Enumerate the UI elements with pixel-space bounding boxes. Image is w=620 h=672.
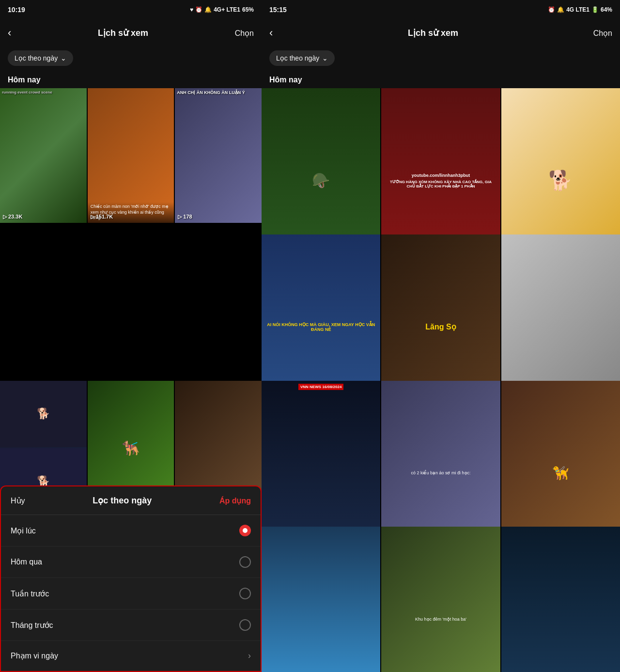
right-video-12[interactable]: THỦ TƯỚNG NÊU CAO CẢNH GIÁC CHẾ ĐỘ CŨ ▷ … [501, 527, 620, 672]
filter-label-tuan-truoc: Tuần trước [11, 589, 49, 598]
video-overlay-1: running event crowd scene [2, 90, 85, 95]
select-button-right[interactable]: Chọn [593, 29, 612, 38]
filter-label-moi-luc: Mọi lúc [11, 526, 36, 535]
filter-label-thang-truoc: Tháng trước [11, 621, 53, 630]
volume-icon: 🔔 [204, 6, 212, 13]
filter-option-moi-luc[interactable]: Mọi lúc [1, 515, 261, 547]
filter-option-pham-vi-ngay[interactable]: Phạm vi ngày › [1, 641, 261, 671]
video-item-3[interactable]: ANH CHỊ ĂN KHÔNG ĂN LUẬN Ý ▷ 178 [175, 88, 262, 223]
right-panel: 15:15 ⏰ 🔔 4G LTE1 🔋 64% ‹ Lịch sử xem Ch… [262, 0, 620, 672]
filter-label-right: Lọc theo ngày [276, 54, 319, 62]
cancel-button[interactable]: Hủy [11, 496, 25, 505]
left-panel: 10:19 ♥ ⏰ 🔔 4G+ LTE1 65% ‹ Lịch sử xem C… [0, 0, 262, 672]
time-left: 10:19 [8, 6, 25, 14]
chevron-down-icon-left: ⌄ [61, 54, 66, 62]
page-title-right: Lịch sử xem [408, 28, 458, 38]
time-right: 15:15 [269, 6, 287, 14]
filter-button-right[interactable]: Lọc theo ngày ⌄ [269, 50, 335, 66]
signal-right: 4G LTE1 [566, 6, 589, 13]
alarm-icon: ⏰ [195, 6, 202, 13]
battery-left: 65% [242, 6, 254, 13]
status-bar-left: 10:19 ♥ ⏰ 🔔 4G+ LTE1 65% [0, 0, 262, 19]
filter-option-tuan-truoc[interactable]: Tuần trước [1, 578, 261, 609]
filter-option-hom-qua[interactable]: Hôm qua [1, 547, 261, 578]
video-grid-right: 🪖 Hơn 300 chiến sĩ rút quân khỏi làng nữ… [262, 88, 620, 672]
right-video-11[interactable]: Khu học đêm 'một hoa ba' ▷ 225.5K [381, 527, 500, 672]
filter-dropdown: Hủy Lọc theo ngày Áp dụng Mọi lúc Hôm qu… [0, 485, 262, 672]
filter-option-thang-truoc[interactable]: Tháng trước [1, 609, 261, 641]
play-icon-1: ▷ [3, 214, 7, 220]
chevron-down-icon-right: ⌄ [322, 54, 328, 62]
alarm-icon-r: ⏰ [548, 6, 555, 13]
filter-bar-right: Lọc theo ngày ⌄ [262, 47, 620, 70]
page-title-left: Lịch sử xem [98, 28, 148, 38]
chevron-right-icon: › [248, 651, 251, 661]
heart-icon: ♥ [190, 6, 193, 13]
radio-hom-qua[interactable] [239, 556, 251, 568]
apply-button[interactable]: Áp dụng [219, 496, 251, 505]
top-bar-left: ‹ Lịch sử xem Chọn [0, 19, 262, 47]
radio-thang-truoc[interactable] [239, 619, 251, 631]
video-item-1[interactable]: running event crowd scene ▷ 23.3K [0, 88, 87, 223]
radio-moi-luc[interactable] [239, 525, 251, 536]
status-icons-left: ♥ ⏰ 🔔 4G+ LTE1 65% [190, 6, 254, 13]
play-icon-3: ▷ [178, 214, 182, 220]
filter-bar-left: Lọc theo ngày ⌄ [0, 47, 262, 70]
signal-left: 4G+ LTE1 [214, 6, 240, 13]
radio-dot-moi-luc [243, 528, 248, 533]
filter-label-left: Lọc theo ngày [15, 54, 58, 62]
dropdown-title: Lọc theo ngày [93, 495, 152, 506]
status-icons-right: ⏰ 🔔 4G LTE1 🔋 64% [548, 6, 612, 13]
filter-label-hom-qua: Hôm qua [11, 558, 42, 566]
back-button-left[interactable]: ‹ [8, 27, 11, 39]
dropdown-header: Hủy Lọc theo ngày Áp dụng [1, 486, 261, 515]
video-item-2[interactable]: Chiếc cún màm non 'mới nhớ' được mẹ xem … [88, 88, 174, 223]
filter-label-pham-vi-ngay: Phạm vi ngày [11, 651, 58, 660]
video-views-2: ▷ 151.7K [91, 214, 113, 220]
right-video-10[interactable]: scenic mountain road ▷ 33.1K [262, 527, 380, 672]
top-bar-right: ‹ Lịch sử xem Chọn [262, 19, 620, 47]
video-views-1: ▷ 23.3K [3, 214, 22, 220]
section-title-left: Hôm nay [0, 70, 262, 88]
video-overlay-3: ANH CHỊ ĂN KHÔNG ĂN LUẬN Ý [177, 90, 260, 96]
back-button-right[interactable]: ‹ [269, 27, 273, 39]
select-button-left[interactable]: Chọn [235, 29, 254, 38]
play-icon-2: ▷ [91, 214, 94, 220]
battery-right: 🔋 [591, 6, 599, 13]
status-bar-right: 15:15 ⏰ 🔔 4G LTE1 🔋 64% [262, 0, 620, 19]
volume-icon-r: 🔔 [557, 6, 564, 13]
section-title-right: Hôm nay [262, 70, 620, 88]
radio-tuan-truoc[interactable] [239, 588, 251, 599]
filter-button-left[interactable]: Lọc theo ngày ⌄ [8, 50, 73, 66]
video-views-3: ▷ 178 [178, 214, 192, 220]
